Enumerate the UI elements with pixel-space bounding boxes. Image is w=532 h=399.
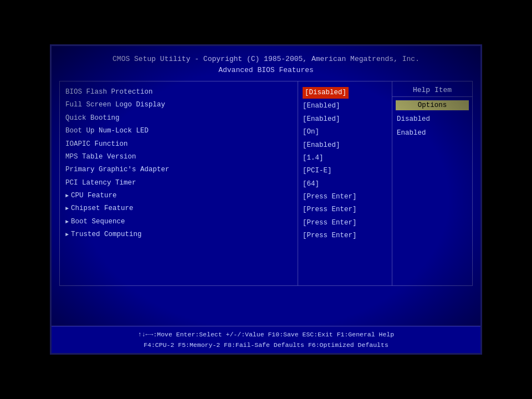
menu-item[interactable]: ►CPU Feature	[65, 190, 292, 202]
value-item: [Press Enter]	[303, 191, 387, 203]
value-item: [Enabled]	[303, 100, 387, 112]
bios-screen: CMOS Setup Utility - Copyright (C) 1985-…	[50, 44, 482, 355]
value-item: [Press Enter]	[303, 203, 387, 216]
right-panel: Help Item Options Disabled Enabled	[392, 81, 472, 285]
arrow-icon: ►	[65, 204, 69, 213]
menu-item[interactable]: MPS Table Version	[65, 151, 292, 163]
help-title: Help Item	[392, 81, 472, 97]
left-panel: BIOS Flash Protection Full Screen Logo D…	[60, 81, 298, 285]
help-option2: Enabled	[392, 126, 472, 140]
footer: ↑↓←→:Move Enter:Select +/-/:Value F10:Sa…	[52, 326, 480, 353]
menu-item[interactable]: Boot Up Num-Lock LED	[65, 125, 292, 137]
menu-item[interactable]: ►Trusted Computing	[65, 228, 292, 241]
value-item: [64]	[303, 178, 387, 191]
value-item: [1.4]	[303, 152, 387, 165]
footer-line1: ↑↓←→:Move Enter:Select +/-/:Value F10:Sa…	[59, 330, 473, 340]
menu-item[interactable]: ►Boot Sequence	[65, 216, 292, 228]
selected-value[interactable]: [Disabled]	[303, 87, 349, 99]
value-item: [Enabled]	[303, 113, 387, 126]
arrow-icon: ►	[65, 231, 69, 239]
menu-item[interactable]: Primary Graphic's Adapter	[65, 163, 292, 176]
value-item: [Enabled]	[303, 139, 387, 152]
value-item: [Disabled]	[303, 86, 387, 100]
header-line1: CMOS Setup Utility - Copyright (C) 1985-…	[57, 54, 475, 65]
menu-item[interactable]: PCI Latency Timer	[65, 177, 292, 190]
menu-item[interactable]: IOAPIC Function	[65, 138, 292, 151]
value-item: [On]	[303, 126, 387, 139]
footer-line2: F4:CPU-2 F5:Memory-2 F8:Fail-Safe Defaul…	[59, 340, 473, 350]
arrow-icon: ►	[65, 192, 69, 201]
middle-panel: [Disabled][Enabled][Enabled][On][Enabled…	[298, 81, 392, 285]
bios-header: CMOS Setup Utility - Copyright (C) 1985-…	[52, 46, 480, 79]
value-item: [Press Enter]	[303, 217, 387, 229]
main-area: BIOS Flash Protection Full Screen Logo D…	[59, 81, 473, 286]
value-item: [PCI-E]	[303, 165, 387, 177]
menu-item[interactable]: Quick Booting	[65, 112, 292, 125]
options-bar: Options	[396, 100, 469, 110]
menu-item[interactable]: ►Chipset Feature	[65, 202, 292, 215]
menu-item[interactable]: BIOS Flash Protection	[65, 86, 292, 99]
value-item: [Press Enter]	[303, 229, 387, 242]
help-option1: Disabled	[392, 112, 472, 126]
arrow-icon: ►	[65, 218, 69, 227]
header-line2: Advanced BIOS Features	[57, 65, 475, 76]
menu-item[interactable]: Full Screen Logo Display	[65, 99, 292, 111]
